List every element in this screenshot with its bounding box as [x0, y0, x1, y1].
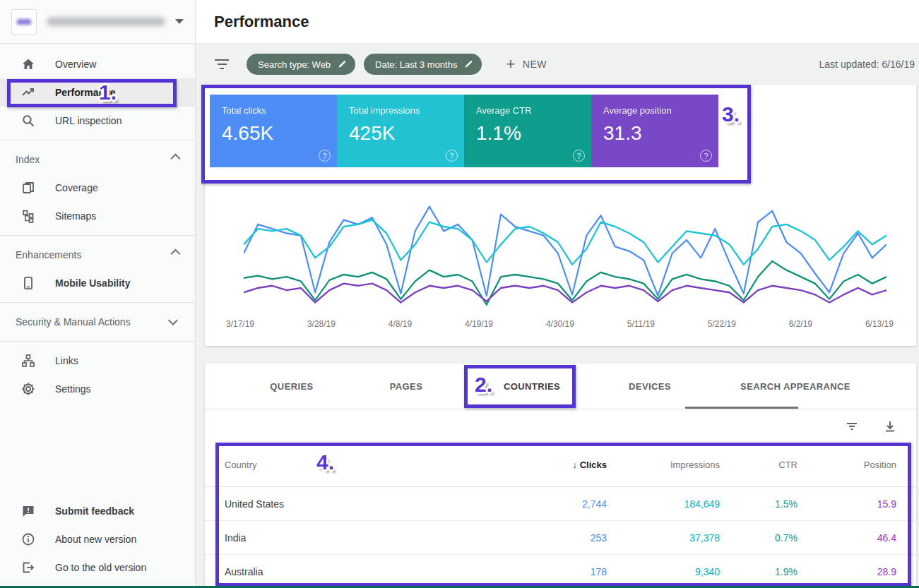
sidebar-section-security[interactable]: Security & Manual Actions [0, 308, 195, 336]
filter-icon[interactable] [846, 420, 858, 433]
sidebar-footer: Submit feedback About new version Go to … [0, 497, 195, 582]
sidebar-item-label: Submit feedback [55, 505, 134, 517]
dimension-tabs: QUERIES PAGES COUNTRIES DEVICES SEARCH A… [205, 364, 916, 409]
cell-ctr: 1.5% [720, 498, 798, 510]
col-ctr[interactable]: CTR [720, 460, 798, 470]
sidebar-item-go-to-old-version[interactable]: Go to the old version [0, 553, 195, 582]
card-value: 31.3 [603, 122, 718, 145]
sidebar-item-label: Go to the old version [55, 562, 146, 573]
sitemap-icon [21, 209, 35, 223]
sidebar-item-settings[interactable]: Settings [0, 375, 195, 403]
cell-impressions: 9,340 [607, 566, 720, 577]
card-value: 4.65K [222, 122, 337, 145]
col-clicks-sorted[interactable]: ↓ Clicks [501, 460, 607, 470]
cell-position: 46.4 [798, 532, 896, 544]
sort-arrow-icon: ↓ [573, 460, 580, 470]
filter-bar: Search type: Web Date: Last 3 months + N… [196, 44, 919, 85]
filter-list-icon[interactable] [214, 56, 230, 72]
sidebar-item-url-inspection[interactable]: URL inspection [0, 107, 195, 135]
feedback-icon [21, 504, 35, 518]
col-position[interactable]: Position [798, 460, 896, 470]
sidebar: Overview Performance URL inspection Inde… [0, 0, 196, 588]
x-tick: 4/8/19 [389, 319, 412, 329]
help-icon[interactable]: ? [446, 150, 458, 162]
help-icon[interactable]: ? [700, 150, 712, 162]
download-icon[interactable] [884, 420, 896, 433]
sidebar-item-label: Links [55, 355, 78, 366]
x-tick: 3/17/19 [226, 319, 254, 329]
coverage-icon [21, 181, 35, 195]
cell-ctr: 0.7% [720, 532, 798, 544]
help-icon[interactable]: ? [573, 150, 585, 162]
metric-cards: Total clicks 4.65K ? Total impressions 4… [210, 95, 718, 167]
tab-search-appearance[interactable]: SEARCH APPEARANCE [740, 364, 850, 409]
new-filter-button[interactable]: + NEW [506, 55, 547, 73]
card-value: 1.1% [476, 122, 591, 145]
sidebar-item-sitemaps[interactable]: Sitemaps [0, 202, 195, 230]
cell-clicks: 253 [501, 532, 607, 544]
tab-queries[interactable]: QUERIES [270, 364, 313, 409]
sidebar-item-label: Settings [55, 383, 91, 395]
table-header-row: Country ↓ Clicks Impressions CTR Positio… [205, 443, 916, 487]
sidebar-item-overview[interactable]: Overview [0, 50, 195, 78]
chart-line-clicks [244, 207, 887, 296]
tab-countries[interactable]: COUNTRIES [504, 364, 560, 409]
table-row[interactable]: United States 2,744 184,649 1.5% 15.9 [205, 487, 916, 521]
search-type-chip[interactable]: Search type: Web [247, 54, 355, 75]
sidebar-section-enhancements[interactable]: Enhancements [0, 241, 195, 269]
sidebar-item-performance[interactable]: Performance [0, 78, 195, 107]
col-country[interactable]: Country [225, 460, 501, 470]
chip-label: Date: Last 3 months [375, 59, 457, 70]
sidebar-item-label: URL inspection [55, 115, 121, 126]
sidebar-item-coverage[interactable]: Coverage [0, 174, 195, 202]
cell-position: 15.9 [798, 498, 896, 510]
chevron-down-icon [168, 316, 178, 325]
sidebar-item-label: Overview [55, 59, 96, 70]
sidebar-item-mobile-usability[interactable]: Mobile Usability [0, 269, 195, 297]
tab-devices[interactable]: DEVICES [629, 364, 671, 409]
cell-impressions: 184,649 [607, 498, 720, 510]
active-tab-indicator [685, 407, 798, 409]
x-tick: 4/30/19 [546, 319, 574, 329]
card-label: Average CTR [476, 105, 591, 116]
pencil-icon [337, 59, 347, 69]
sidebar-item-label: About new version [55, 534, 136, 545]
sidebar-item-submit-feedback[interactable]: Submit feedback [0, 497, 195, 525]
property-selector[interactable] [0, 0, 195, 44]
property-logo [11, 9, 37, 35]
section-label: Security & Manual Actions [16, 316, 131, 328]
sidebar-item-about-new-version[interactable]: About new version [0, 525, 195, 553]
cell-impressions: 37,378 [607, 532, 720, 544]
help-icon[interactable]: ? [319, 150, 331, 162]
card-label: Total impressions [349, 105, 464, 116]
table-actions [205, 409, 916, 443]
total-impressions-card[interactable]: Total impressions 425K ? [337, 95, 464, 167]
average-position-card[interactable]: Average position 31.3 ? [591, 95, 718, 167]
sidebar-item-links[interactable]: Links [0, 347, 195, 375]
cell-country: Australia [225, 566, 501, 577]
property-logo-blurred [17, 19, 31, 25]
col-impressions[interactable]: Impressions [607, 460, 720, 470]
total-clicks-card[interactable]: Total clicks 4.65K ? [210, 95, 337, 167]
sidebar-section-index[interactable]: Index [0, 145, 195, 174]
info-icon [21, 532, 35, 546]
x-tick: 5/22/19 [708, 319, 736, 329]
divider [0, 235, 195, 236]
average-ctr-card[interactable]: Average CTR 1.1% ? [464, 95, 591, 167]
cell-country: India [225, 532, 501, 544]
tab-pages[interactable]: PAGES [390, 364, 423, 409]
property-url-blurred [47, 17, 165, 26]
caret-down-icon [175, 19, 184, 24]
chevron-up-icon [170, 249, 180, 259]
table-row[interactable]: Australia 178 9,340 1.9% 28.9 [205, 555, 916, 588]
table-row[interactable]: India 253 37,378 0.7% 46.4 [205, 521, 916, 555]
chart-x-axis-labels: 3/17/19 3/28/19 4/8/19 4/19/19 4/30/19 5… [226, 319, 894, 329]
sidebar-nav: Overview Performance URL inspection Inde… [0, 44, 195, 403]
performance-line-chart[interactable] [244, 191, 887, 309]
topbar: Performance [196, 0, 919, 44]
chevron-up-icon [170, 154, 180, 164]
x-tick: 4/19/19 [465, 319, 493, 329]
home-icon [21, 57, 35, 71]
date-range-chip[interactable]: Date: Last 3 months [364, 54, 482, 75]
divider [0, 302, 195, 303]
